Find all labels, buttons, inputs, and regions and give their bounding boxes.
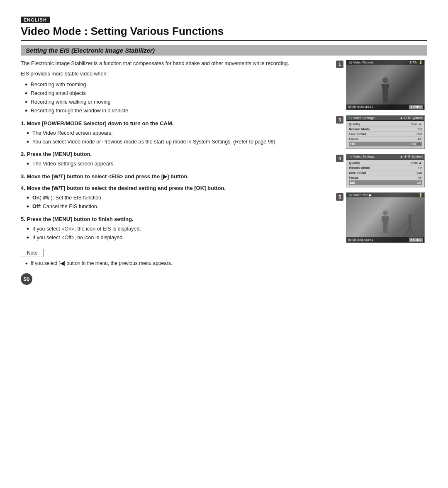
screen1-video: 📹 Video Record 1/72x 🔋 00:00:00/00:43:41: [346, 60, 424, 110]
right-column: 1 📹 Video Record 1/72x 🔋: [336, 60, 427, 285]
step5-heading: 5. Press the [MENU] button to finish set…: [21, 216, 326, 223]
svg-line-13: [404, 226, 410, 238]
menu4-line-in-out: Line In/Out Out: [349, 170, 422, 175]
screen1-header: 📹 Video Record 1/72x 🔋: [346, 60, 424, 65]
step3-heading: 3. Move the [W/T] button to select <EIS>…: [21, 173, 326, 180]
bullet-3: Recording while walking or moving: [25, 98, 326, 107]
note-item: If you select [◀] button in the menu, th…: [25, 260, 326, 267]
screen4-menu: Quality Fine ▲ Record Mode TV Line In/Ou…: [346, 160, 424, 187]
menu3-quality: Quality Fine ▲: [349, 122, 422, 127]
screen4-step-num: 4: [336, 155, 343, 162]
person-silhouette-5: [377, 209, 394, 238]
bullet-1: Recording with zooming: [25, 80, 326, 89]
menu4-eis: EIS Off: [349, 180, 422, 185]
menu4-record-mode: Record Mode TV: [349, 165, 422, 170]
section-header: Setting the EIS (Electronic Image Stabil…: [21, 45, 427, 56]
step1-bullet2: You can select Video mode or Previous mo…: [27, 138, 326, 146]
eis-bullets: Recording with zooming Recording small o…: [25, 80, 326, 116]
screen5-stby: ■ STBY: [409, 238, 423, 242]
menu4-focus: Focus AF: [349, 175, 422, 180]
screen1-header-right: 1/72x 🔋: [409, 61, 423, 64]
screen-5: 5 📹 Video Rec ▶ 🔋: [336, 192, 427, 243]
svg-rect-5: [385, 94, 388, 103]
menu3-record-mode: Record Mode TV: [349, 127, 422, 132]
screen5-time: 00:00:00/00:43:41: [348, 238, 373, 242]
screen3-menu: Quality Fine ▲ Record Mode TV Line In/Ou…: [346, 121, 424, 148]
screen5-header-right: 🔋: [419, 193, 423, 197]
menu3-focus: Focus AF: [349, 137, 422, 142]
step5-bullets: If you select <On>, the icon of EIS is d…: [27, 225, 326, 243]
svg-point-6: [383, 211, 388, 216]
step1-bullet1: The Video Record screen appears.: [27, 129, 326, 138]
cam-screen-5: 📹 Video Rec ▶ 🔋: [346, 192, 425, 243]
svg-line-14: [410, 226, 415, 238]
step2-bullet1: The Video Settings screen appears.: [27, 160, 326, 168]
screen1-header-left: 📹 Video Record: [348, 61, 373, 64]
screen1-footer: 00:00:00/00:43:41 ■ STBY: [346, 104, 424, 110]
screen1-time: 00:00:00/00:43:41: [348, 105, 373, 109]
screen-3: 3 📹 Video Settings ▲ ⊙ ⚙ System Quality …: [336, 115, 427, 149]
step1-heading: 1. Move [POWER/MODE Selector] down to tu…: [21, 120, 326, 127]
step4-bullet2: Off: Cancel the EIS function.: [27, 202, 326, 211]
note-box: Note: [21, 249, 44, 257]
page-title: Video Mode : Setting Various Functions: [21, 25, 427, 41]
svg-point-0: [382, 78, 388, 83]
menu4-quality: Quality Fine ▲: [349, 160, 422, 165]
screen5-footer: 00:00:00/00:43:41 ■ STBY: [346, 237, 424, 243]
screen1-step-num: 1: [336, 61, 343, 68]
step4-bullet1: On( 🎮 ): Set the EIS function.: [27, 194, 326, 202]
screen5-video: 📹 Video Rec ▶ 🔋: [346, 193, 424, 243]
menu3-line-in-out: Line In/Out Out: [349, 132, 422, 137]
svg-rect-10: [383, 226, 385, 233]
screen5-header: 📹 Video Rec ▶ 🔋: [346, 193, 424, 197]
cam-screen-3: 📹 Video Settings ▲ ⊙ ⚙ System Quality Fi…: [346, 115, 425, 149]
tripod-silhouette: [404, 214, 416, 238]
svg-rect-12: [409, 214, 411, 227]
screen4-title: 📹 Video Settings ▲ ⊙ ⚙ System: [346, 154, 424, 159]
screen5-step-num: 5: [336, 193, 343, 201]
step5-bullet1: If you select <On>, the icon of EIS is d…: [27, 225, 326, 233]
intro-line1: The Electronic Image Stabilizer is a fun…: [21, 60, 326, 68]
cam-screen-4: 📹 Video Settings ▲ ⊙ ⚙ System Quality Fi…: [346, 154, 425, 187]
bullet-2: Recording small objects: [25, 89, 326, 98]
step1-bullets: The Video Record screen appears. You can…: [27, 129, 326, 147]
person-silhouette-1: [377, 77, 394, 106]
step2-heading: 2. Press the [MENU] button.: [21, 151, 326, 158]
svg-rect-4: [383, 94, 385, 103]
step4-bullets: On( 🎮 ): Set the EIS function. Off: Canc…: [27, 194, 326, 211]
step4-heading: 4. Move the [W/T] button to select the d…: [21, 185, 326, 192]
screen3-step-num: 3: [336, 116, 343, 124]
intro-line2: EIS provides more stable video when:: [21, 70, 326, 78]
english-badge: ENGLISH: [21, 17, 427, 25]
screen-4: 4 📹 Video Settings ▲ ⊙ ⚙ System Quality …: [336, 154, 427, 187]
step2-bullets: The Video Settings screen appears.: [27, 160, 326, 168]
screen5-header-left: 📹 Video Rec ▶: [348, 193, 372, 197]
bullet-4: Recording through the window in a vehicl…: [25, 107, 326, 115]
cam-screen-1: 📹 Video Record 1/72x 🔋 00:00:00/00:43:41: [346, 60, 425, 110]
menu3-eis: EIS On 🎮: [349, 142, 422, 147]
screen-1: 1 📹 Video Record 1/72x 🔋: [336, 60, 427, 110]
svg-rect-11: [385, 226, 387, 233]
screen3-title: 📹 Video Settings ▲ ⊙ ⚙ System: [346, 116, 424, 120]
screen1-stby: ■ STBY: [409, 105, 423, 109]
page-number: 50: [21, 273, 32, 285]
step5-bullet2: If you select <Off>, no icon is displaye…: [27, 233, 326, 242]
left-column: The Electronic Image Stabilizer is a fun…: [21, 60, 326, 285]
